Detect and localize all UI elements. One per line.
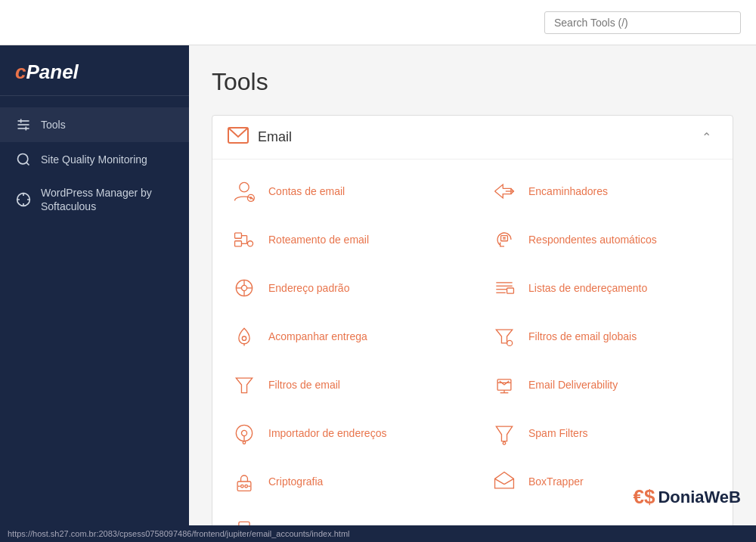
listas-label: Listas de endereçamento <box>528 282 647 294</box>
tool-item-spam[interactable]: Spam Filters <box>472 409 733 457</box>
tool-item-encaminhadores[interactable]: Encaminhadores <box>472 167 733 215</box>
main-layout: cPanel Tools <box>0 45 756 525</box>
svg-point-48 <box>503 442 506 445</box>
sidebar: cPanel Tools <box>0 45 189 525</box>
tool-item-disk-usage[interactable]: Email Disk Usage <box>212 506 472 525</box>
sidebar-item-tools-label: Tools <box>41 118 66 132</box>
section-header-left: Email <box>228 127 292 147</box>
tool-item-endereco[interactable]: Endereço padrão <box>212 264 472 312</box>
svg-rect-32 <box>507 288 514 293</box>
section-header-email: Email ⌃ <box>212 116 733 160</box>
tool-item-contas[interactable]: Contas de email <box>212 167 472 215</box>
email-section-icon <box>228 127 249 147</box>
tool-item-filtros-globais[interactable]: Filtros de email globais <box>472 312 733 361</box>
criptografia-icon <box>231 468 258 495</box>
filtros-label: Filtros de email <box>268 379 340 391</box>
disk-usage-label: Email Disk Usage <box>268 524 352 525</box>
tool-item-deliverability[interactable]: Email Deliverability <box>472 361 733 409</box>
svg-line-6 <box>26 163 29 166</box>
search-input[interactable] <box>544 11 741 34</box>
roteamento-icon <box>231 226 258 253</box>
criptografia-label: Criptografia <box>268 475 323 488</box>
sidebar-item-tools[interactable]: Tools <box>0 107 189 142</box>
status-bar: https://host.sh27.com.br:2083/cpsess0758… <box>0 525 756 542</box>
boxtrapper-label: BoxTrapper <box>528 475 584 488</box>
encaminhadores-icon <box>491 178 518 205</box>
svg-marker-36 <box>496 330 512 343</box>
content-area: Tools Email ⌃ <box>189 45 756 525</box>
respondentes-icon <box>491 226 518 253</box>
svg-rect-57 <box>239 522 249 525</box>
tool-item-criptografia[interactable]: Criptografia <box>212 457 472 506</box>
tool-item-filtros[interactable]: Filtros de email <box>212 361 472 409</box>
page-title: Tools <box>212 68 733 96</box>
listas-icon <box>491 274 518 302</box>
svg-point-19 <box>247 241 253 246</box>
roteamento-label: Roteamento de email <box>268 234 369 246</box>
filtros-icon <box>231 371 258 398</box>
site-quality-icon <box>15 151 32 168</box>
email-section-card: Email ⌃ C <box>212 115 733 525</box>
deliverability-icon <box>491 371 518 398</box>
spam-label: Spam Filters <box>528 427 588 439</box>
svg-point-46 <box>243 441 246 444</box>
contas-link[interactable]: Contas de email <box>268 185 345 197</box>
svg-marker-38 <box>236 378 252 393</box>
status-url: https://host.sh27.com.br:2083/cpsess0758… <box>8 529 350 538</box>
svg-rect-14 <box>235 233 242 238</box>
svg-line-55 <box>495 479 504 484</box>
boxtrapper-icon <box>491 468 518 495</box>
top-bar <box>0 0 756 45</box>
wordpress-icon <box>15 191 32 208</box>
sidebar-item-wordpress[interactable]: WordPress Manager by Softaculous <box>0 177 189 222</box>
collapse-button[interactable]: ⌃ <box>696 127 717 147</box>
endereco-icon <box>231 274 258 302</box>
svg-point-44 <box>241 430 246 435</box>
search-container <box>544 11 741 34</box>
tool-item-acompanhar[interactable]: Acompanhar entrega <box>212 312 472 361</box>
tool-item-listas[interactable]: Listas de endereçamento <box>472 264 733 312</box>
sidebar-item-wordpress-label: WordPress Manager by Softaculous <box>41 186 174 213</box>
tool-item-importador[interactable]: Importador de endereços <box>212 409 472 457</box>
respondentes-label: Respondentes automáticos <box>528 234 657 246</box>
filtros-globais-label: Filtros de email globais <box>528 330 637 342</box>
tool-item-roteamento[interactable]: Roteamento de email <box>212 215 472 264</box>
importador-label: Importador de endereços <box>268 427 386 439</box>
sidebar-logo: cPanel <box>0 45 189 96</box>
svg-rect-20 <box>501 236 508 241</box>
svg-point-50 <box>241 485 244 488</box>
disk-usage-icon <box>231 516 258 525</box>
tools-icon <box>15 116 32 133</box>
svg-marker-47 <box>496 426 512 441</box>
spam-icon <box>491 420 518 447</box>
svg-point-24 <box>241 285 246 290</box>
svg-rect-15 <box>235 241 242 246</box>
cpanel-logo: cPanel <box>15 60 174 84</box>
encaminhadores-label: Encaminhadores <box>528 185 608 197</box>
tool-item-respondentes[interactable]: Respondentes automáticos <box>472 215 733 264</box>
filtros-globais-icon <box>491 323 518 350</box>
tools-grid: Contas de email Encaminhadores <box>212 160 733 525</box>
endereco-label: Endereço padrão <box>268 282 349 294</box>
svg-point-5 <box>18 154 28 164</box>
svg-point-51 <box>245 485 248 488</box>
contas-icon <box>231 178 258 205</box>
acompanhar-label: Acompanhar entrega <box>268 330 367 342</box>
sidebar-item-site-quality[interactable]: Site Quality Monitoring <box>0 142 189 177</box>
email-section-title: Email <box>258 129 292 145</box>
sidebar-item-site-quality-label: Site Quality Monitoring <box>41 153 147 166</box>
acompanhar-icon <box>231 323 258 350</box>
sidebar-nav: Tools Site Quality Monitoring <box>0 96 189 234</box>
deliverability-label: Email Deliverability <box>528 379 618 391</box>
tool-item-boxtrapper[interactable]: BoxTrapper <box>472 457 733 506</box>
svg-point-9 <box>240 182 249 191</box>
svg-point-37 <box>507 340 513 345</box>
cpanel-logo-text: cPanel <box>15 60 79 84</box>
svg-line-56 <box>504 479 513 484</box>
importador-icon <box>231 420 258 447</box>
svg-point-35 <box>242 336 246 340</box>
